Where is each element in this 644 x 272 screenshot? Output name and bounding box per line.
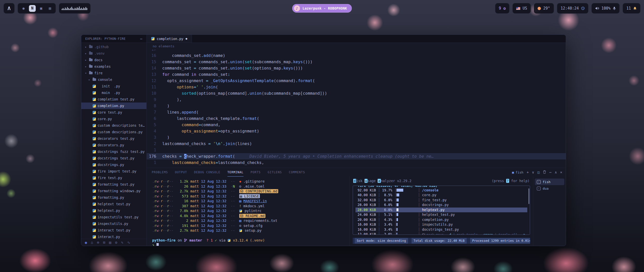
panel-tab-problems[interactable]: PROBLEMS — [152, 168, 168, 177]
tree-item-__main__.py[interactable]: __main__.py — [81, 89, 146, 96]
tree-item-decorators_test.py[interactable]: decorators_test.py — [81, 135, 146, 142]
chevron-up-icon[interactable]: ∧ — [555, 170, 557, 174]
code-line[interactable]: 176checks = check_wrapper.format( David … — [147, 153, 566, 159]
tree-item-formatting_test.py[interactable]: formatting_test.py — [81, 181, 146, 188]
terminal-fish[interactable]: .rw-r--r-- 1.2k matt 12 Aug 12:32 -- ◆ .… — [147, 177, 349, 246]
remote-indicator[interactable]: ◉ — [85, 240, 87, 245]
tree-item-docs[interactable]: ▸docs — [81, 57, 146, 63]
updates-widget[interactable]: 9 ⚙ — [495, 3, 510, 14]
tree-item-custom_descriptions_test[interactable]: custom_descriptions_test… — [81, 122, 146, 129]
media-player-pill[interactable]: ♪ Lazerpunk - ROBOPHONK — [292, 4, 352, 13]
system-graph-widget[interactable] — [59, 3, 91, 14]
tree-item-docstrings.py[interactable]: docstrings.py — [81, 161, 146, 168]
add-icon[interactable]: ⊕ — [97, 240, 99, 245]
tree-item-helptext.py[interactable]: helptext.py — [81, 207, 146, 214]
code-line[interactable]: 17 """ — [147, 49, 566, 52]
terminal-profile-button[interactable]: ▣fish — [512, 171, 523, 174]
more-actions-icon[interactable]: ⋯ — [140, 37, 142, 41]
code-line[interactable]: 2lastcommand_checks = '\n'.join(lines) — [147, 141, 566, 147]
tree-item-formatting_windows.py[interactable]: formatting_windows.py — [81, 188, 146, 194]
tree-item-.venv[interactable]: ▸.venv — [81, 50, 146, 57]
split-terminal-icon[interactable]: ◫ — [537, 170, 539, 174]
dua-row-docstrings.py[interactable]: 28.00 KiB │ 6.0% ││ docstrings.py — [355, 202, 527, 208]
terminal-list-item-fish[interactable]: ›fish — [535, 179, 564, 185]
dua-row-helptext.py[interactable]: 28.00 KiB │ 6.0% ││ helptext.py — [355, 208, 527, 213]
workspace-terminal-icon[interactable]: ▣ — [38, 5, 45, 12]
tree-item-decorators.py[interactable]: decorators.py — [81, 142, 146, 148]
code-line[interactable]: 9 ), — [147, 96, 566, 103]
workspace-editor-icon[interactable]: N — [29, 5, 36, 12]
dua-row-console[interactable]: 92.00 KiB │ 19.7% ││ /console — [355, 188, 527, 193]
code-line[interactable]: 14commands_set = commands_set.union(set(… — [147, 65, 566, 71]
chevron-down-icon[interactable]: ∨ — [532, 170, 534, 174]
code-line[interactable]: 1 — [147, 147, 566, 153]
dua-row-completion.py[interactable]: 20.00 KiB │ 4.3% ││ completion.py — [355, 217, 527, 222]
code-line[interactable]: 13for command in commands_set: — [147, 71, 566, 78]
launcher-button[interactable]: Λ — [4, 3, 15, 14]
panel-tab-comments[interactable]: COMMENTS — [289, 168, 305, 177]
new-terminal-button[interactable]: + — [527, 170, 529, 174]
tree-item-__init__.py[interactable]: __init__.py — [81, 83, 146, 89]
breadcrumb[interactable]: no elements — [147, 43, 566, 49]
tree-item-.github[interactable]: ▸.github — [81, 44, 146, 50]
tree-item-interact.py[interactable]: interact.py — [81, 233, 146, 239]
tree-item-inspectutils_test.py[interactable]: inspectutils_test.py — [81, 214, 146, 220]
code-line[interactable]: 3 ) — [147, 134, 566, 141]
code-line[interactable]: 11 options=' '.join( — [147, 84, 566, 90]
edit-icon[interactable]: ✎ — [121, 240, 123, 245]
panel-tab-output[interactable]: OUTPUT — [175, 168, 187, 177]
code-line[interactable]: 15commands_set = commands_set.union(set(… — [147, 59, 566, 65]
notifications-widget[interactable]: 11 — [623, 3, 640, 14]
dua-row-helptext_test.py[interactable]: 24.00 KiB │ 5.1% ││ helptext_test.py — [355, 212, 527, 217]
wave-icon[interactable]: ∿ — [127, 240, 130, 245]
panel-tab-gitlens[interactable]: GITLENS — [268, 168, 282, 177]
tree-item-completion_test.py[interactable]: completion_test.py — [81, 96, 146, 103]
tree-item-docstrings_test.py[interactable]: docstrings_test.py — [81, 155, 146, 161]
trash-icon[interactable] — [543, 170, 546, 175]
code-line[interactable]: 1 lastcommand_checks=lastcommand_checks, — [147, 159, 566, 166]
code-line[interactable]: 10 sorted(options_map[command].union(sub… — [147, 90, 566, 96]
code-line[interactable]: 16 commands_set.add(name) — [147, 52, 566, 59]
clock-widget[interactable]: 12:40:24 — [557, 3, 588, 14]
tab-completion-py[interactable]: completion.py ● — [147, 35, 192, 43]
tree-item-interact_test.py[interactable]: interact_test.py — [81, 227, 146, 233]
workspace-browser-icon[interactable]: ◉ — [20, 5, 27, 12]
code-line[interactable]: 6 lastcommand_check_template.format( — [147, 115, 566, 122]
more-icon[interactable]: ⋯ — [549, 170, 551, 174]
terminal-list-item-dua[interactable]: ›dua — [535, 185, 564, 192]
tree-item-fire[interactable]: ▾fire — [81, 70, 146, 76]
panel-tab-debug-console[interactable]: DEBUG CONSOLE — [194, 168, 220, 177]
panel-tab-terminal[interactable]: TERMINAL — [227, 168, 244, 177]
code-line[interactable]: 5 command=command, — [147, 122, 566, 128]
dua-row-docstrings_test.py[interactable]: 16.00 KiB │ 3.4% ││ docstrings_test.py — [355, 227, 527, 232]
weather-widget[interactable]: 29° — [534, 3, 554, 14]
code-line[interactable]: 12 opts_assignment = _GetOptsAssignmentT… — [147, 78, 566, 84]
dua-row-inspectutils.py[interactable]: 16.00 KiB │ 3.4% ││ inspectutils.py — [355, 222, 527, 227]
tree-item-docstrings_fuzz_test.py[interactable]: docstrings_fuzz_test.py — [81, 148, 146, 155]
tree-item-inspectutils.py[interactable]: inspectutils.py — [81, 220, 146, 227]
list-icon[interactable]: ▤ — [109, 240, 111, 245]
code-line[interactable]: 7 lines.append( — [147, 109, 566, 115]
tree-item-helptext_test.py[interactable]: helptext_test.py — [81, 201, 146, 207]
tree-item-completion.py[interactable]: completion.py — [81, 103, 146, 109]
dua-row-core.py[interactable]: 40.00 KiB │ 8.5% ││ core.py — [355, 193, 527, 198]
dua-row-fire_test.py[interactable]: 32.00 KiB │ 6.8% ││ fire_test.py — [355, 198, 527, 203]
tree-item-custom_descriptions.py[interactable]: custom_descriptions.py — [81, 129, 146, 135]
terminal-dua[interactable]: disk usage analyzer v2.29.2 (press ? for… — [349, 177, 533, 246]
gear-icon[interactable]: ⚙ — [115, 240, 117, 245]
tree-item-examples[interactable]: ▸examples — [81, 63, 146, 70]
code-line[interactable]: 4 opts_assignment=opts_assignment) — [147, 128, 566, 134]
home-icon[interactable]: ⌂ — [91, 240, 93, 245]
grid-icon[interactable]: ⊞ — [103, 240, 105, 245]
workspace-files-icon[interactable]: ▤ — [47, 5, 53, 12]
keyboard-layout-widget[interactable]: US — [512, 3, 531, 14]
tree-item-core_test.py[interactable]: core_test.py — [81, 109, 146, 116]
close-panel-icon[interactable]: × — [560, 170, 562, 174]
tree-item-fire_test.py[interactable]: fire_test.py — [81, 175, 146, 181]
tree-item-formatting.py[interactable]: formatting.py — [81, 194, 146, 201]
scrollbar[interactable] — [529, 188, 529, 204]
tree-item-core.py[interactable]: core.py — [81, 116, 146, 122]
panel-tab-ports[interactable]: PORTS — [251, 168, 261, 177]
code-editor[interactable]: 17 """16 commands_set.add(name)15command… — [147, 49, 566, 168]
tree-item-fire_import_test.py[interactable]: fire_import_test.py — [81, 168, 146, 175]
